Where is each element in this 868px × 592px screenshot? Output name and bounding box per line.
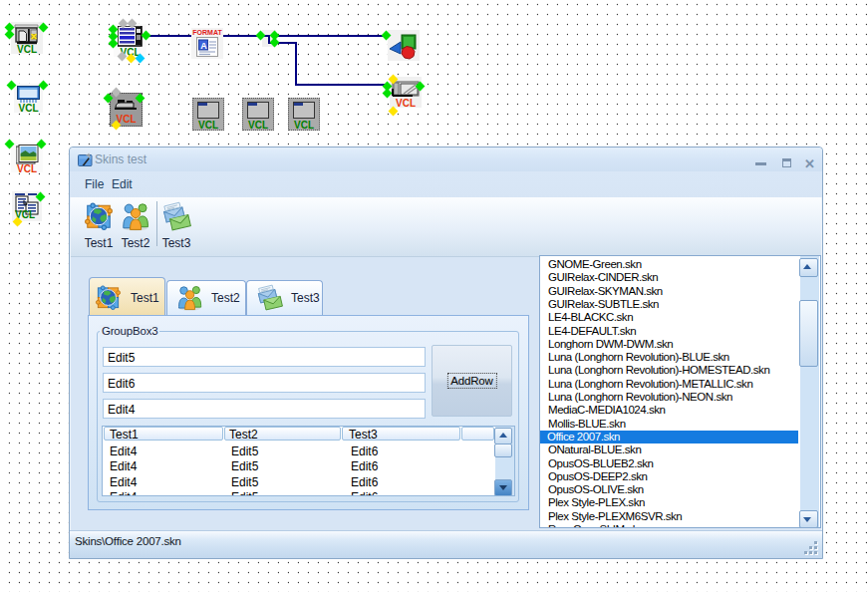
svg-text:A: A bbox=[200, 41, 207, 51]
